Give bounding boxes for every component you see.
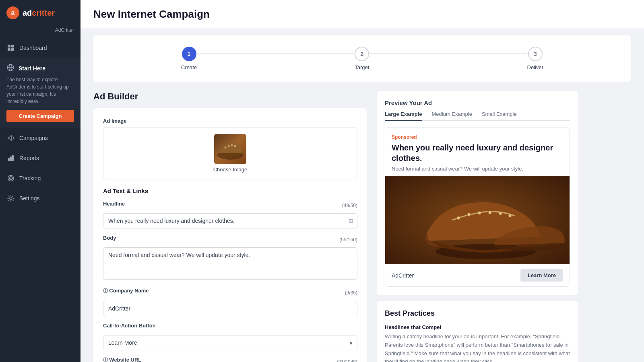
svg-point-25 <box>499 212 502 215</box>
choose-image-label: Choose Image <box>213 167 248 173</box>
learn-more-button[interactable]: Learn More <box>520 269 563 282</box>
ad-builder-card: Ad Image <box>93 108 367 362</box>
image-upload-box[interactable]: Choose Image <box>103 127 357 179</box>
step-1-circle: 1 <box>182 47 196 61</box>
cta-select-wrapper: Learn More ▾ <box>103 335 357 350</box>
svg-point-15 <box>225 146 227 148</box>
step-line-2 <box>369 53 527 54</box>
url-label: ⓘ Website URL <box>103 357 141 362</box>
step-line-1 <box>197 53 355 54</box>
start-here-description: The best way to explore AdCritter is to … <box>6 76 74 105</box>
svg-rect-3 <box>11 48 14 51</box>
svg-rect-8 <box>10 156 12 161</box>
step-1: 1 Create <box>181 47 197 70</box>
sidebar-item-label: Settings <box>19 195 40 202</box>
body-input[interactable]: Need formal and casual wear? We will upd… <box>103 247 357 280</box>
url-count: (21/2048) <box>337 359 357 362</box>
ad-preview-large: Sponsored When you really need luxury an… <box>385 128 570 287</box>
company-count: (9/35) <box>345 290 357 296</box>
tab-medium[interactable]: Medium Example <box>432 111 472 121</box>
svg-point-26 <box>508 214 512 217</box>
create-campaign-button[interactable]: Create Campaign <box>6 110 74 122</box>
svg-point-13 <box>10 197 12 200</box>
headline-count: (49/50) <box>342 203 357 208</box>
sidebar-item-tracking[interactable]: Tracking <box>0 168 80 188</box>
gear-icon <box>6 194 15 203</box>
right-column: Preview Your Ad Large Example Medium Exa… <box>377 91 578 362</box>
step-3: 3 Deliver <box>527 47 543 70</box>
sidebar-item-campaigns[interactable]: Campaigns <box>0 128 80 148</box>
company-input[interactable] <box>103 301 357 316</box>
body-count: (55/150) <box>339 237 357 243</box>
expand-icon: ⊞ <box>349 218 353 224</box>
step-2: 2 Target <box>355 47 369 70</box>
svg-rect-2 <box>8 48 10 51</box>
sidebar-item-settings[interactable]: Settings <box>0 188 80 208</box>
ad-text-title: Ad Text & Links <box>103 187 357 194</box>
start-here-label: Start Here <box>19 65 45 72</box>
svg-rect-7 <box>8 158 10 161</box>
best-practices-card: Best Practices Headlines that Compel Wri… <box>377 301 578 362</box>
megaphone-icon <box>6 134 15 142</box>
url-info-icon: ⓘ <box>103 357 109 362</box>
user-label: AdCritter <box>0 26 80 38</box>
best-practices-title: Best Practices <box>385 309 570 318</box>
headline-wrapper: ⊞ <box>103 213 357 228</box>
sponsored-label: Sponsored <box>392 134 563 140</box>
bar-chart-icon <box>6 154 15 162</box>
step-1-label: Create <box>181 64 197 70</box>
ad-headline: When you really need luxury and designer… <box>392 142 563 163</box>
stepper: 1 Create 2 Target 3 Deliver <box>93 35 631 82</box>
main-content: New Internet Campaign 1 Create 2 Target … <box>80 0 644 362</box>
ad-text-section: Ad Text & Links Headline (49/50) ⊞ Body … <box>103 187 357 362</box>
ad-builder-title: Ad Builder <box>93 91 367 102</box>
url-label-row: ⓘ Website URL (21/2048) <box>103 357 357 362</box>
step-2-circle: 2 <box>355 47 369 61</box>
bp-section-1-title: Headlines that Compel <box>385 324 570 330</box>
preview-card: Preview Your Ad Large Example Medium Exa… <box>377 91 578 295</box>
ad-company-name: AdCritter <box>392 272 414 279</box>
headline-input[interactable] <box>103 213 357 228</box>
svg-point-17 <box>231 144 233 146</box>
sidebar-item-reports[interactable]: Reports <box>0 148 80 168</box>
body-label: Body <box>103 235 116 241</box>
preview-tabs: Large Example Medium Example Small Examp… <box>385 111 570 121</box>
company-label: ⓘ Company Name <box>103 288 149 294</box>
ad-image-label: Ad Image <box>103 118 357 124</box>
ad-preview-top: Sponsored When you really need luxury an… <box>385 128 570 172</box>
sidebar: a adcritter AdCritter Dashboard Start He… <box>0 0 80 362</box>
step-3-label: Deliver <box>527 64 543 70</box>
target-icon <box>6 174 15 183</box>
cta-label-row: Call-to-Action Button <box>103 323 357 332</box>
company-wrapper <box>103 301 357 316</box>
svg-point-16 <box>228 145 230 147</box>
globe-icon <box>6 64 14 73</box>
page-title: New Internet Campaign <box>93 8 631 21</box>
cta-label: Call-to-Action Button <box>103 323 156 329</box>
content-area: Ad Builder Ad Image <box>80 82 644 362</box>
tab-small[interactable]: Small Example <box>482 111 517 121</box>
logo-icon: a <box>6 6 19 19</box>
company-label-row: ⓘ Company Name (9/35) <box>103 288 357 298</box>
svg-point-18 <box>234 145 236 147</box>
svg-rect-0 <box>8 45 10 47</box>
grid-icon <box>6 43 15 52</box>
sidebar-item-dashboard[interactable]: Dashboard <box>0 38 80 58</box>
tab-large[interactable]: Large Example <box>385 111 422 121</box>
preview-title: Preview Your Ad <box>385 99 570 106</box>
start-here-header: Start Here <box>6 64 74 73</box>
svg-point-24 <box>488 211 491 214</box>
step-2-label: Target <box>355 64 369 70</box>
logo: a adcritter <box>0 0 80 26</box>
headline-label: Headline <box>103 201 125 207</box>
cta-select[interactable]: Learn More <box>103 335 357 350</box>
svg-rect-1 <box>11 45 14 47</box>
svg-point-12 <box>10 178 12 179</box>
sidebar-item-label: Dashboard <box>19 45 47 51</box>
info-icon: ⓘ <box>103 288 109 294</box>
start-here-section: Start Here The best way to explore AdCri… <box>0 58 80 128</box>
ad-image-large <box>385 176 570 264</box>
logo-text: adcritter <box>23 8 55 18</box>
step-3-circle: 3 <box>528 47 543 61</box>
page-header: New Internet Campaign <box>80 0 644 29</box>
